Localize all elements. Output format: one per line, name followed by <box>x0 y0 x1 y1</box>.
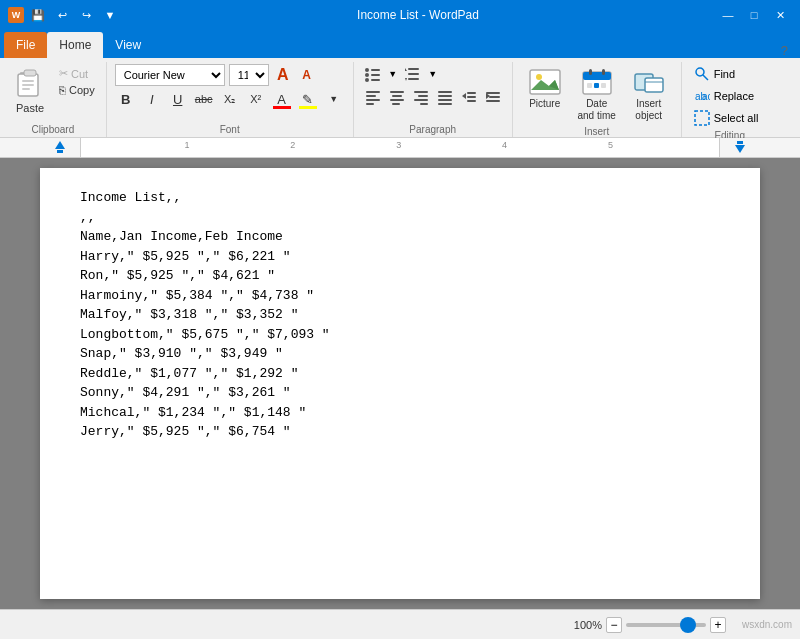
zoom-in-button[interactable]: + <box>710 617 726 633</box>
svg-marker-16 <box>405 78 407 81</box>
svg-rect-47 <box>589 69 592 75</box>
highlight-button[interactable]: ✎ <box>297 88 319 110</box>
cut-label: Cut <box>71 68 88 80</box>
font-color-icon: A <box>277 92 286 107</box>
select-all-button[interactable]: Select all <box>690 108 770 128</box>
cut-icon: ✂ <box>59 67 68 80</box>
datetime-icon <box>581 66 613 98</box>
zoom-slider[interactable] <box>626 623 706 627</box>
indent-increase-button[interactable] <box>482 86 504 106</box>
font-grow-button[interactable]: A <box>273 65 293 85</box>
datetime-button[interactable]: Date and time <box>573 64 621 124</box>
zoom-out-button[interactable]: − <box>606 617 622 633</box>
insert-group: Picture Date and time Insert object Inse… <box>513 62 682 137</box>
select-all-label: Select all <box>714 112 759 124</box>
font-label: Font <box>115 122 345 135</box>
strikethrough-button[interactable]: abc <box>193 88 215 110</box>
minimize-button[interactable]: — <box>716 5 740 25</box>
redo-qat-button[interactable]: ↪ <box>76 5 96 25</box>
maximize-button[interactable]: □ <box>742 5 766 25</box>
document-content[interactable]: Income List,, ,, Name,Jan Income,Feb Inc… <box>80 188 720 442</box>
highlight-dropdown[interactable]: ▼ <box>323 88 345 110</box>
replace-icon: abac <box>694 88 710 104</box>
clipboard-group: Paste ✂ Cut ⎘ Copy Clipboard <box>0 62 107 137</box>
find-button[interactable]: Find <box>690 64 770 84</box>
zoom-thumb[interactable] <box>680 617 696 633</box>
font-color-bar <box>273 106 291 109</box>
font-size-select[interactable]: 11 <box>229 64 269 86</box>
svg-line-56 <box>703 75 708 80</box>
list-bullet-button[interactable] <box>362 64 384 84</box>
paste-label: Paste <box>16 102 44 114</box>
svg-rect-29 <box>438 91 452 93</box>
tab-view[interactable]: View <box>103 32 153 58</box>
help-button[interactable]: ? <box>773 43 796 58</box>
paste-icon <box>12 66 48 102</box>
save-qat-button[interactable]: 💾 <box>28 5 48 25</box>
svg-rect-13 <box>408 73 419 75</box>
font-row-2: B I U abc X₂ X² A ✎ ▼ <box>115 88 345 110</box>
indent-decrease-button[interactable] <box>458 86 480 106</box>
align-justify-button[interactable] <box>434 86 456 106</box>
svg-rect-50 <box>594 83 599 88</box>
svg-rect-3 <box>22 84 34 86</box>
svg-rect-18 <box>366 95 376 97</box>
svg-point-55 <box>696 68 704 76</box>
clipboard-group-content: Paste ✂ Cut ⎘ Copy <box>8 64 98 122</box>
line-spacing-button[interactable] <box>402 64 424 84</box>
replace-label: Replace <box>714 90 754 102</box>
svg-rect-9 <box>371 74 380 76</box>
align-center-button[interactable] <box>386 86 408 106</box>
para-dropdown-button[interactable]: ▼ <box>426 64 440 84</box>
para-row-1: ▼ ▼ <box>362 64 440 84</box>
superscript-button[interactable]: X² <box>245 88 267 110</box>
svg-marker-60 <box>55 141 65 149</box>
svg-rect-27 <box>414 99 428 101</box>
font-shrink-button[interactable]: A <box>297 65 317 85</box>
window-title: Income List - WordPad <box>120 8 716 22</box>
italic-button[interactable]: I <box>141 88 163 110</box>
svg-rect-26 <box>418 95 428 97</box>
underline-button[interactable]: U <box>167 88 189 110</box>
align-right-button[interactable] <box>410 86 432 106</box>
align-left-button[interactable] <box>362 86 384 106</box>
font-family-select[interactable]: Courier New <box>115 64 225 86</box>
para-row-2 <box>362 86 504 106</box>
qat-dropdown-button[interactable]: ▼ <box>100 5 120 25</box>
font-group-content: Courier New 11 A A B I U abc X₂ X² A <box>115 64 345 122</box>
datetime-label: Date and time <box>577 98 617 122</box>
font-color-button[interactable]: A <box>271 88 293 110</box>
bold-button[interactable]: B <box>115 88 137 110</box>
svg-marker-62 <box>735 145 745 153</box>
find-icon <box>694 66 710 82</box>
svg-rect-32 <box>438 103 452 105</box>
tab-home[interactable]: Home <box>47 32 103 58</box>
ruler-indent-marker[interactable] <box>55 141 65 153</box>
paste-button[interactable]: Paste <box>8 64 52 116</box>
svg-rect-17 <box>366 91 380 93</box>
status-bar: 100% − + wsxdn.com <box>0 609 800 639</box>
zoom-level: 100% <box>574 619 602 631</box>
tab-file[interactable]: File <box>4 32 47 58</box>
svg-rect-5 <box>24 70 36 76</box>
clipboard-label: Clipboard <box>8 122 98 135</box>
object-button[interactable]: Insert object <box>625 64 673 124</box>
svg-rect-4 <box>22 88 30 90</box>
svg-rect-63 <box>737 141 743 144</box>
window-controls: — □ ✕ <box>716 5 792 25</box>
list-dropdown-button[interactable]: ▼ <box>386 64 400 84</box>
svg-rect-25 <box>414 91 428 93</box>
svg-rect-61 <box>57 150 63 153</box>
svg-rect-28 <box>420 103 428 105</box>
close-button[interactable]: ✕ <box>768 5 792 25</box>
svg-rect-39 <box>489 96 500 98</box>
copy-button[interactable]: ⎘ Copy <box>56 83 98 97</box>
picture-button[interactable]: Picture <box>521 64 569 112</box>
replace-button[interactable]: abac Replace <box>690 86 770 106</box>
cut-button[interactable]: ✂ Cut <box>56 66 98 81</box>
svg-rect-48 <box>602 69 605 75</box>
insert-group-content: Picture Date and time Insert object <box>521 64 673 124</box>
subscript-button[interactable]: X₂ <box>219 88 241 110</box>
undo-qat-button[interactable]: ↩ <box>52 5 72 25</box>
ruler-right-marker[interactable] <box>735 141 745 153</box>
